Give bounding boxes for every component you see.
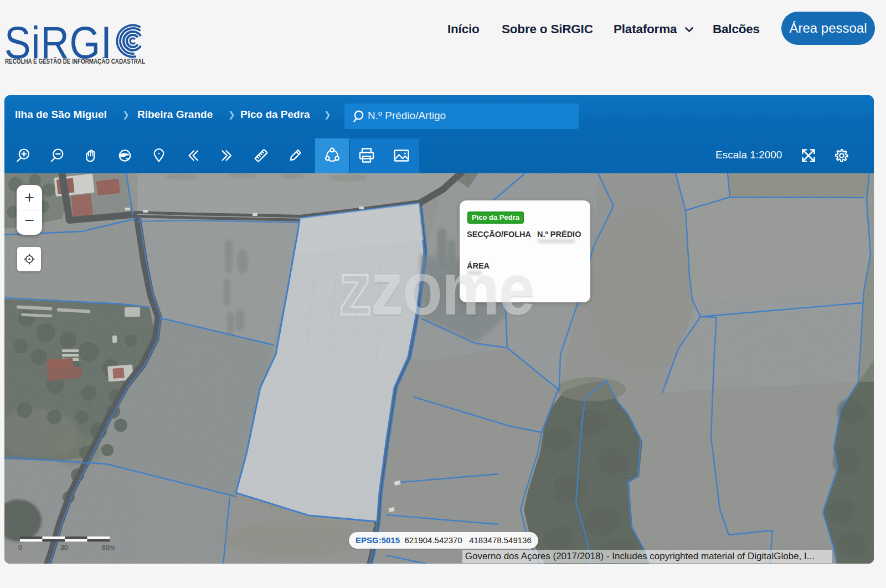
svg-text:RECOLHA E GESTÃO DE INFORMAÇÃO: RECOLHA E GESTÃO DE INFORMAÇÃO CADASTRAL	[5, 57, 145, 65]
svg-text:0: 0	[18, 544, 22, 551]
svg-text:60m: 60m	[102, 544, 115, 551]
svg-text:30: 30	[60, 544, 68, 551]
